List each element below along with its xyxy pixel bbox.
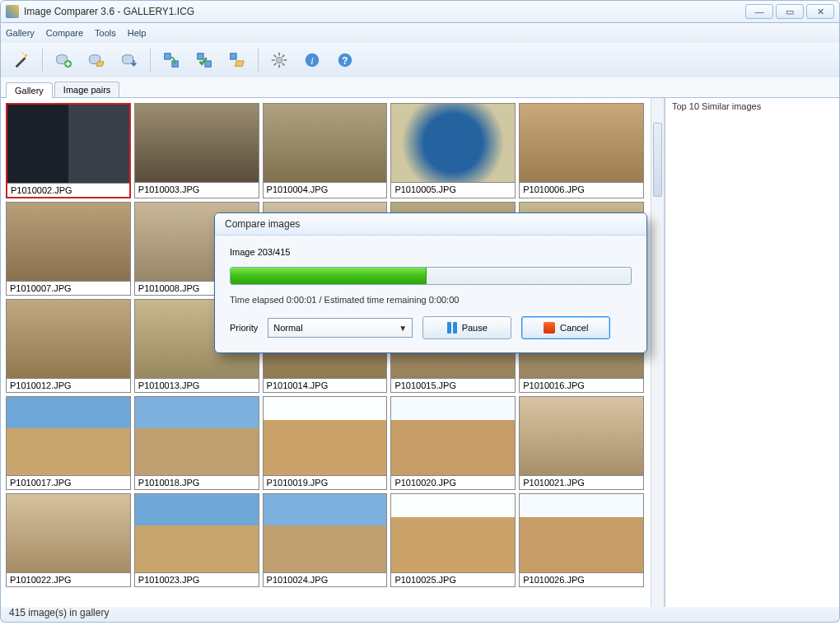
thumbnail-image	[7, 105, 129, 183]
side-title: Top 10 Similar images	[665, 98, 839, 114]
thumbnail-image	[135, 397, 259, 475]
thumbnail[interactable]: P1010018.JPG	[134, 396, 259, 490]
stop-icon	[544, 322, 555, 334]
thumbnail-image	[7, 397, 130, 475]
thumbnail[interactable]: P1010006.JPG	[519, 103, 644, 198]
priority-label: Priority	[230, 323, 258, 333]
thumbnail-caption: P1010021.JPG	[520, 475, 643, 489]
thumbnail-image	[7, 494, 130, 572]
settings-button[interactable]	[267, 48, 292, 72]
thumbnail-image	[391, 104, 515, 182]
tabs-row: Gallery Image pairs	[0, 77, 840, 97]
minimize-button[interactable]: —	[745, 4, 773, 19]
thumbnail[interactable]: P1010002.JPG	[6, 103, 131, 198]
add-gallery-button[interactable]	[51, 48, 76, 72]
thumbnail[interactable]: P1010007.JPG	[6, 202, 131, 296]
thumbnail[interactable]: P1010004.JPG	[263, 103, 388, 198]
maximize-button[interactable]: ▭	[776, 4, 804, 19]
thumbnail-image	[135, 494, 259, 572]
mark-button[interactable]	[192, 48, 217, 72]
thumbnail-caption: P1010007.JPG	[7, 281, 130, 295]
thumbnail-caption: P1010024.JPG	[264, 572, 387, 586]
thumbnail-caption: P1010023.JPG	[135, 572, 259, 586]
thumbnail-caption: P1010017.JPG	[7, 475, 130, 489]
scrollbar[interactable]	[651, 98, 664, 607]
thumbnail[interactable]: P1010025.JPG	[390, 493, 516, 587]
thumbnail-caption: P1010015.JPG	[391, 378, 515, 392]
thumbnail[interactable]: P1010024.JPG	[263, 493, 388, 587]
cancel-label: Cancel	[560, 323, 588, 333]
svg-rect-6	[165, 54, 170, 59]
thumbnail-image	[520, 397, 643, 475]
thumbnail[interactable]: P1010022.JPG	[6, 493, 131, 587]
thumbnail[interactable]: P1010003.JPG	[134, 103, 259, 198]
thumbnail-image	[391, 397, 515, 475]
thumbnail[interactable]: P1010026.JPG	[519, 493, 644, 587]
tab-image-pairs[interactable]: Image pairs	[54, 82, 119, 97]
svg-text:i: i	[310, 55, 314, 67]
wizard-button[interactable]	[9, 48, 34, 72]
thumbnail-image	[135, 104, 259, 182]
pause-icon	[447, 322, 457, 334]
thumbnail-image	[7, 203, 130, 281]
titlebar: Image Comparer 3.6 - GALLERY1.ICG — ▭ ✕	[0, 0, 840, 23]
svg-point-0	[25, 54, 28, 58]
svg-rect-9	[205, 61, 211, 67]
help-button[interactable]: ?	[333, 48, 357, 72]
svg-rect-10	[231, 54, 236, 59]
cancel-button[interactable]: Cancel	[521, 316, 610, 339]
folder-compare-button[interactable]	[225, 48, 250, 72]
open-gallery-button[interactable]	[84, 48, 109, 72]
thumbnail-caption: P1010004.JPG	[264, 182, 387, 196]
toolbar-separator	[150, 49, 151, 72]
thumbnail-caption: P1010013.JPG	[135, 378, 259, 392]
progress-label: Image 203/415	[230, 247, 632, 257]
svg-line-16	[274, 55, 277, 58]
compare-button[interactable]	[159, 48, 184, 72]
svg-line-18	[274, 63, 277, 66]
svg-line-17	[282, 63, 285, 66]
thumbnail-image	[264, 104, 387, 182]
toolbar: i ?	[0, 43, 840, 77]
svg-text:?: ?	[342, 55, 348, 67]
close-button[interactable]: ✕	[806, 4, 834, 19]
thumbnail[interactable]: P1010017.JPG	[6, 396, 131, 490]
thumbnail[interactable]: P1010019.JPG	[263, 396, 388, 490]
thumbnail[interactable]: P1010021.JPG	[519, 396, 644, 490]
menu-compare[interactable]: Compare	[46, 28, 83, 38]
thumbnail-caption: P1010025.JPG	[391, 572, 515, 586]
progress-bar	[230, 267, 632, 285]
info-button[interactable]: i	[300, 48, 324, 72]
thumbnail-image	[520, 104, 643, 182]
thumbnail-image	[520, 494, 643, 572]
chevron-down-icon: ▼	[399, 324, 407, 333]
dialog-title: Compare images	[215, 213, 646, 236]
thumbnail[interactable]: P1010012.JPG	[6, 299, 131, 393]
thumbnail-caption: P1010003.JPG	[135, 182, 259, 196]
menu-help[interactable]: Help	[128, 28, 147, 38]
thumbnail[interactable]: P1010020.JPG	[390, 396, 516, 490]
thumbnail-caption: P1010014.JPG	[264, 378, 387, 392]
thumbnail-caption: P1010018.JPG	[135, 475, 259, 489]
scrollbar-thumb[interactable]	[653, 123, 662, 197]
thumbnail-caption: P1010012.JPG	[7, 378, 130, 392]
priority-select[interactable]: Normal ▼	[268, 318, 413, 338]
thumbnail-image	[391, 494, 515, 572]
side-pane: Top 10 Similar images	[665, 98, 839, 607]
thumbnail-caption: P1010022.JPG	[7, 572, 130, 586]
thumbnail-caption: P1010020.JPG	[391, 475, 515, 489]
thumbnail-caption: P1010006.JPG	[520, 182, 643, 196]
menu-gallery[interactable]: Gallery	[6, 28, 35, 38]
pause-button[interactable]: Pause	[422, 316, 511, 339]
thumbnail-caption: P1010026.JPG	[520, 572, 643, 586]
thumbnail[interactable]: P1010023.JPG	[134, 493, 259, 587]
thumbnail-image	[7, 300, 130, 378]
tab-gallery[interactable]: Gallery	[6, 82, 53, 98]
export-gallery-button[interactable]	[117, 48, 142, 72]
toolbar-separator	[258, 49, 259, 72]
window-title: Image Comparer 3.6 - GALLERY1.ICG	[24, 6, 745, 17]
thumbnail-caption: P1010002.JPG	[7, 183, 129, 197]
svg-point-11	[276, 57, 282, 63]
menu-tools[interactable]: Tools	[95, 28, 116, 38]
thumbnail[interactable]: P1010005.JPG	[390, 103, 516, 198]
